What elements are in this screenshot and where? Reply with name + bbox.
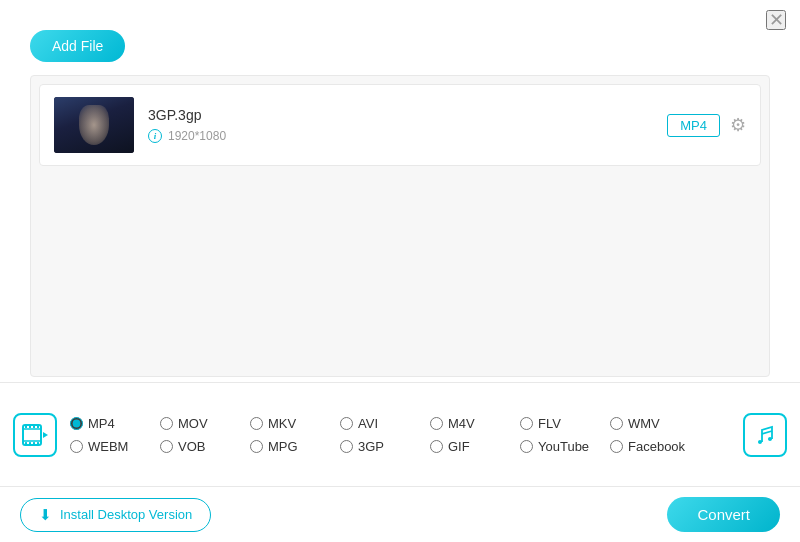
- format-label-mkv[interactable]: MKV: [268, 416, 296, 431]
- svg-marker-11: [43, 432, 48, 438]
- music-note-icon: [752, 422, 778, 448]
- file-meta: i 1920*1080: [148, 129, 653, 143]
- svg-rect-3: [33, 425, 35, 428]
- bottom-bar: ⬇ Install Desktop Version Convert: [0, 486, 800, 542]
- format-option-m4v[interactable]: M4V: [430, 416, 520, 431]
- close-button[interactable]: ✕: [766, 10, 786, 30]
- format-label-mp4[interactable]: MP4: [88, 416, 115, 431]
- format-label-vob[interactable]: VOB: [178, 439, 205, 454]
- format-section: MP4 MOV MKV AVI M4V FLV: [0, 382, 800, 486]
- download-icon: ⬇: [39, 506, 52, 524]
- file-name: 3GP.3gp: [148, 107, 653, 123]
- music-icon-area: [730, 413, 800, 457]
- info-icon: i: [148, 129, 162, 143]
- svg-rect-7: [33, 442, 35, 445]
- video-icon-box: [13, 413, 57, 457]
- format-option-gif[interactable]: GIF: [430, 439, 520, 454]
- file-info: 3GP.3gp i 1920*1080: [134, 107, 667, 143]
- format-option-3gp[interactable]: 3GP: [340, 439, 430, 454]
- svg-rect-2: [29, 425, 31, 428]
- format-label-mov[interactable]: MOV: [178, 416, 208, 431]
- format-option-youtube[interactable]: YouTube: [520, 439, 610, 454]
- format-option-flv[interactable]: FLV: [520, 416, 610, 431]
- file-resolution: 1920*1080: [168, 129, 226, 143]
- format-option-mov[interactable]: MOV: [160, 416, 250, 431]
- install-label: Install Desktop Version: [60, 507, 192, 522]
- format-label-mpg[interactable]: MPG: [268, 439, 298, 454]
- video-icon-area: [0, 413, 70, 457]
- file-actions: MP4 ⚙: [667, 114, 746, 137]
- file-list: 3GP.3gp i 1920*1080 MP4 ⚙: [30, 75, 770, 377]
- install-button[interactable]: ⬇ Install Desktop Version: [20, 498, 211, 532]
- svg-rect-8: [37, 442, 39, 445]
- svg-rect-4: [37, 425, 39, 428]
- format-label-m4v[interactable]: M4V: [448, 416, 475, 431]
- format-option-vob[interactable]: VOB: [160, 439, 250, 454]
- format-label-wmv[interactable]: WMV: [628, 416, 660, 431]
- format-option-mp4[interactable]: MP4: [70, 416, 160, 431]
- format-label-youtube[interactable]: YouTube: [538, 439, 589, 454]
- svg-rect-5: [25, 442, 27, 445]
- file-item: 3GP.3gp i 1920*1080 MP4 ⚙: [39, 84, 761, 166]
- format-option-webm[interactable]: WEBM: [70, 439, 160, 454]
- format-option-avi[interactable]: AVI: [340, 416, 430, 431]
- file-thumbnail: [54, 97, 134, 153]
- format-label-flv[interactable]: FLV: [538, 416, 561, 431]
- format-label-3gp[interactable]: 3GP: [358, 439, 384, 454]
- convert-button[interactable]: Convert: [667, 497, 780, 532]
- format-option-mkv[interactable]: MKV: [250, 416, 340, 431]
- svg-rect-1: [25, 425, 27, 428]
- add-file-button[interactable]: Add File: [30, 30, 125, 62]
- format-row-2: WEBM VOB MPG 3GP GIF YouTube: [70, 439, 730, 454]
- format-option-wmv[interactable]: WMV: [610, 416, 700, 431]
- format-label-webm[interactable]: WEBM: [88, 439, 128, 454]
- format-option-mpg[interactable]: MPG: [250, 439, 340, 454]
- music-icon-box: [743, 413, 787, 457]
- format-label-facebook[interactable]: Facebook: [628, 439, 685, 454]
- format-label-avi[interactable]: AVI: [358, 416, 378, 431]
- format-grid: MP4 MOV MKV AVI M4V FLV: [70, 410, 730, 460]
- svg-rect-6: [29, 442, 31, 445]
- format-row-1: MP4 MOV MKV AVI M4V FLV: [70, 416, 730, 431]
- format-option-facebook[interactable]: Facebook: [610, 439, 700, 454]
- format-badge[interactable]: MP4: [667, 114, 720, 137]
- settings-icon[interactable]: ⚙: [730, 114, 746, 136]
- format-label-gif[interactable]: GIF: [448, 439, 470, 454]
- film-icon: [22, 422, 48, 448]
